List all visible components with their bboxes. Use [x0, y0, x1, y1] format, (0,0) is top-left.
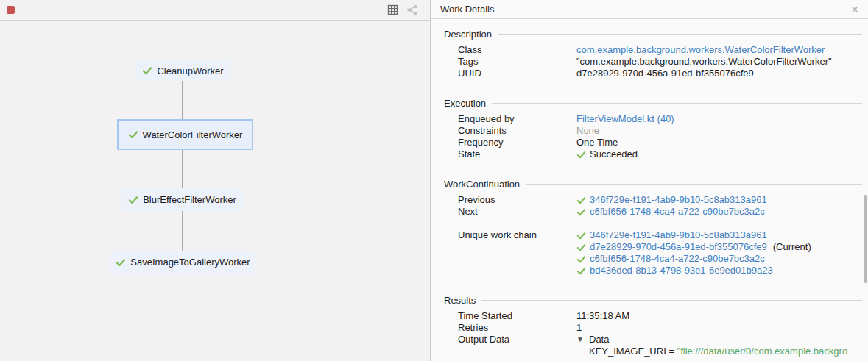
chain-item: 346f729e-f191-4ab9-9b10-5c8ab313a961 [576, 229, 862, 241]
section-execution: Execution Enqueued by FilterViewModel.kt… [444, 97, 862, 160]
row-label: Output Data [458, 334, 576, 346]
chain-item: bd436ded-8b13-4798-93e1-6e9ed01b9a23 [576, 265, 862, 276]
tags-value: "com.example.background.workers.WaterCol… [576, 56, 862, 68]
worker-node-label: SaveImageToGalleryWorker [130, 257, 250, 268]
row-label: Constraints [458, 125, 576, 137]
graph-panel: CleanupWorker WaterColorFilterWorker Blu… [0, 0, 431, 361]
success-check-icon [116, 257, 126, 268]
chain-item: c6fbf656-1748-4ca4-a722-c90be7bc3a2c [576, 253, 862, 265]
vertical-scrollbar-thumb[interactable] [864, 195, 867, 283]
section-rule [498, 34, 862, 35]
row-previous: Previous 346f729e-f191-4ab9-9b10-5c8ab31… [444, 194, 862, 206]
worker-node-label: BlurEffectFilterWorker [143, 194, 236, 205]
row-spacer [444, 218, 862, 229]
row-constraints: Constraints None [444, 125, 862, 137]
section-title: Description [444, 29, 492, 40]
chain-work-link[interactable]: bd436ded-8b13-4798-93e1-6e9ed01b9a23 [590, 265, 773, 276]
row-enqueued-by: Enqueued by FilterViewModel.kt (40) [444, 113, 862, 125]
state-value: Succeeded [590, 149, 638, 160]
worker-node-label: CleanupWorker [157, 65, 223, 76]
section-results: Results Time Started 11:35:18 AM Retries… [444, 294, 862, 357]
success-check-icon [576, 266, 586, 276]
row-state: State Succeeded [444, 149, 862, 160]
worker-node-label: WaterColorFilterWorker [143, 129, 243, 140]
row-time-started: Time Started 11:35:18 AM [444, 310, 862, 322]
row-output-data: Output Data ▼ Data KEY_IMAGE_URI = "file… [444, 334, 862, 357]
stop-inspection-button[interactable] [7, 6, 15, 14]
row-label: UUID [458, 68, 576, 79]
row-label: Unique work chain [458, 229, 576, 241]
data-rule [613, 340, 862, 340]
row-label: Previous [458, 194, 576, 206]
worker-node-blureffectfilterworker[interactable]: BlurEffectFilterWorker [121, 188, 243, 211]
row-label: Frequency [458, 137, 576, 149]
output-data-entry: KEY_IMAGE_URI = "file:///data/user/0/com… [576, 346, 862, 357]
row-unique-work-chain: Unique work chain 346f729e-f191-4ab9-9b1… [444, 229, 862, 276]
row-tags: Tags "com.example.background.workers.Wat… [444, 56, 862, 68]
constraints-value: None [576, 125, 862, 137]
previous-work-link[interactable]: 346f729e-f191-4ab9-9b10-5c8ab313a961 [590, 194, 767, 206]
row-label: State [458, 149, 576, 160]
data-group-label: Data [589, 334, 609, 346]
row-label: Time Started [458, 310, 576, 322]
row-class: Class com.example.background.workers.Wat… [444, 44, 862, 56]
row-next: Next c6fbf656-1748-4ca4-a722-c90be7bc3a2… [444, 206, 862, 218]
work-details-panel: Work Details ✕ Description Class com.exa… [431, 0, 868, 361]
success-check-icon [128, 195, 138, 205]
panel-title: Work Details [440, 4, 850, 15]
output-key: KEY_IMAGE_URI [589, 346, 666, 357]
success-check-icon [576, 150, 586, 160]
next-work-link[interactable]: c6fbf656-1748-4ca4-a722-c90be7bc3a2c [590, 206, 765, 218]
section-workcontinuation: WorkContinuation Previous 346f729e-f191-… [444, 178, 862, 276]
worker-node-saveimagetogalleryworker[interactable]: SaveImageToGalleryWorker [110, 251, 255, 274]
success-check-icon [142, 65, 152, 76]
worker-node-cleanupworker[interactable]: CleanupWorker [135, 60, 230, 81]
row-label: Class [458, 44, 576, 56]
collapse-triangle-icon[interactable]: ▼ [576, 334, 585, 346]
chain-work-link[interactable]: 346f729e-f191-4ab9-9b10-5c8ab313a961 [590, 229, 767, 241]
row-frequency: Frequency One Time [444, 137, 862, 149]
row-label: Retries [458, 322, 576, 334]
success-check-icon [576, 243, 586, 252]
success-check-icon [576, 207, 586, 217]
worker-node-watercolorfilterworker[interactable]: WaterColorFilterWorker [117, 119, 253, 150]
section-rule [492, 103, 862, 104]
row-label: Tags [458, 56, 576, 68]
work-details-body: Description Class com.example.background… [431, 19, 868, 357]
row-retries: Retries 1 [444, 322, 862, 334]
output-value: "file:///data/user/0/com.example.backgro [677, 346, 848, 357]
graph-toolbar [0, 0, 430, 21]
work-details-header: Work Details ✕ [431, 0, 868, 19]
current-badge: (Current) [773, 241, 811, 253]
section-description: Description Class com.example.background… [444, 28, 862, 79]
success-check-icon [128, 129, 138, 140]
chain-work-link[interactable]: d7e28929-970d-456a-91ed-bf355076cfe9 [590, 241, 767, 253]
graph-view-icon[interactable] [406, 4, 418, 16]
time-started-value: 11:35:18 AM [576, 310, 862, 322]
row-label: Enqueued by [458, 113, 576, 125]
work-graph: CleanupWorker WaterColorFilterWorker Blu… [0, 21, 430, 360]
background-task-inspector: CleanupWorker WaterColorFilterWorker Blu… [0, 0, 868, 361]
section-title: Results [444, 295, 476, 306]
section-title: Execution [444, 98, 486, 109]
close-icon[interactable]: ✕ [850, 4, 859, 15]
graph-connector-line [182, 81, 183, 251]
row-uuid: UUID d7e28929-970d-456a-91ed-bf355076cfe… [444, 68, 862, 79]
success-check-icon [576, 254, 586, 264]
uuid-value: d7e28929-970d-456a-91ed-bf355076cfe9 [576, 68, 862, 79]
section-title: WorkContinuation [444, 179, 520, 190]
success-check-icon [576, 196, 586, 205]
frequency-value: One Time [576, 137, 862, 149]
chain-item-current: d7e28929-970d-456a-91ed-bf355076cfe9 (Cu… [576, 241, 862, 253]
retries-value: 1 [576, 322, 862, 334]
equals-sign: = [668, 346, 674, 357]
section-rule [481, 300, 862, 301]
chain-work-link[interactable]: c6fbf656-1748-4ca4-a722-c90be7bc3a2c [590, 253, 765, 265]
enqueued-by-link[interactable]: FilterViewModel.kt (40) [576, 113, 674, 124]
success-check-icon [576, 231, 586, 240]
row-label: Next [458, 206, 576, 218]
class-link[interactable]: com.example.background.workers.WaterColo… [576, 44, 825, 55]
table-view-icon[interactable] [387, 4, 398, 16]
section-rule [526, 184, 862, 185]
